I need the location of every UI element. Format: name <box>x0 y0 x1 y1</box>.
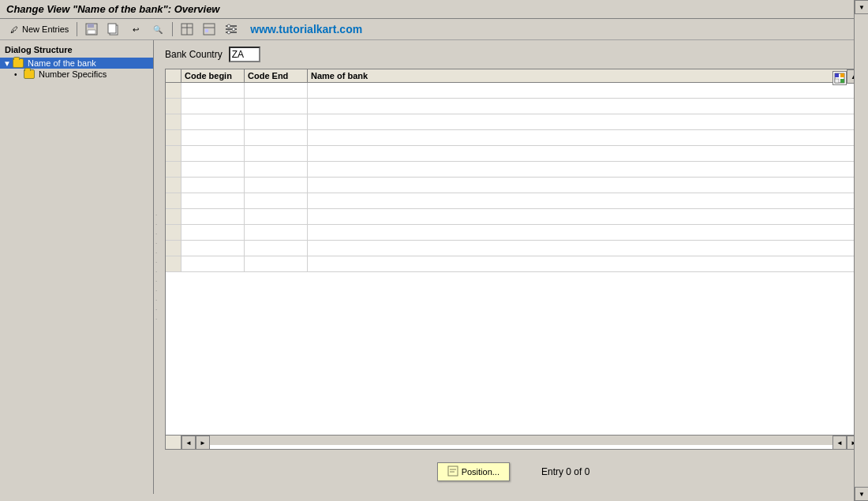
folder-icon-specifics <box>24 69 35 79</box>
position-button[interactable]: Position... <box>437 462 510 481</box>
row-selector[interactable] <box>166 178 181 193</box>
col-header-name-bank: Name of bank <box>308 69 861 82</box>
svg-rect-22 <box>448 466 458 476</box>
cell-code-end <box>245 83 308 98</box>
row-selector[interactable] <box>166 225 181 240</box>
cell-code-end <box>245 130 308 145</box>
undo-button[interactable]: ↩ <box>126 21 145 37</box>
find-icon: 🔍 <box>152 23 164 36</box>
row-selector[interactable] <box>166 162 181 177</box>
table-body-wrapper: ▼ ▼ <box>166 83 861 435</box>
table-row <box>166 241 861 256</box>
bank-country-input[interactable] <box>229 47 260 62</box>
cell-code-begin <box>181 146 245 161</box>
cell-name-bank <box>308 241 861 256</box>
filter-label: Bank Country <box>165 49 223 60</box>
cell-code-begin <box>181 209 245 224</box>
cell-code-begin <box>181 256 245 271</box>
cell-code-end <box>245 178 308 193</box>
content-area: Bank Country Code begin Code End Name of… <box>159 40 868 494</box>
scroll-left-button[interactable]: ◄ <box>181 436 196 450</box>
sidebar-item-label-bank: Name of the bank <box>28 58 96 68</box>
row-selector[interactable] <box>166 241 181 256</box>
toolbar: 🖊 New Entries ↩ 🔍 <box>0 19 868 40</box>
filter-row: Bank Country <box>165 47 862 62</box>
scroll-left-far-button[interactable]: ◄ <box>832 436 847 450</box>
cell-name-bank <box>308 130 861 145</box>
table-row <box>166 130 861 146</box>
cell-code-end <box>245 225 308 240</box>
entry-info: Entry 0 of 0 <box>541 466 589 477</box>
row-selector[interactable] <box>166 193 181 208</box>
row-selector[interactable] <box>166 146 181 161</box>
table-row <box>166 146 861 162</box>
cell-code-end <box>245 193 308 208</box>
cell-code-end <box>245 209 308 224</box>
new-entries-button[interactable]: 🖊 New Entries <box>5 21 72 37</box>
svg-rect-2 <box>88 30 95 34</box>
row-selector[interactable] <box>166 130 181 145</box>
table-row <box>166 225 861 241</box>
bottom-bar: Position... Entry 0 of 0 <box>165 456 862 488</box>
cell-name-bank <box>308 225 861 240</box>
save-button[interactable] <box>82 21 101 37</box>
cell-name-bank <box>308 99 861 114</box>
table-button-2[interactable] <box>200 21 219 37</box>
data-table: Code begin Code End Name of bank ▲ <box>165 69 862 450</box>
table-button-1[interactable] <box>178 21 196 37</box>
position-btn-label: Position... <box>462 467 499 477</box>
sidebar-item-name-of-bank[interactable]: ▼ Name of the bank <box>0 58 153 69</box>
row-selector[interactable] <box>166 99 181 114</box>
horizontal-scrollbar: ◄ ► ◄ ► <box>166 435 861 449</box>
table-icon-1 <box>181 23 193 36</box>
separator-2 <box>172 22 173 36</box>
undo-icon: ↩ <box>129 23 142 36</box>
sidebar-item-number-specifics[interactable]: • Number Specifics <box>0 69 153 80</box>
scrollbar-track <box>855 83 861 435</box>
vertical-scrollbar: ▼ ▼ <box>854 83 861 435</box>
table-body <box>166 83 861 435</box>
cell-name-bank <box>308 209 861 224</box>
find-button[interactable]: 🔍 <box>148 21 167 37</box>
copy-button[interactable] <box>104 21 123 37</box>
cell-name-bank <box>308 114 861 129</box>
col-header-code-end: Code End <box>245 69 308 82</box>
svg-point-16 <box>227 31 230 34</box>
table-row <box>166 83 861 99</box>
scroll-right-small-button[interactable]: ► <box>196 436 210 450</box>
cell-name-bank <box>308 193 861 208</box>
new-entries-label: New Entries <box>22 24 69 34</box>
svg-rect-19 <box>840 73 844 77</box>
title-bar: Change View "Name of the bank": Overview <box>0 0 868 19</box>
cell-code-begin <box>181 83 245 98</box>
col-header-code-begin: Code begin <box>181 69 245 82</box>
table-row <box>166 193 861 209</box>
settings-button[interactable] <box>222 21 241 37</box>
table-row <box>166 178 861 193</box>
table-row <box>166 114 861 130</box>
cell-code-begin <box>181 225 245 240</box>
settings-icon <box>225 23 238 36</box>
cell-code-begin <box>181 193 245 208</box>
cell-name-bank <box>308 83 861 98</box>
horiz-track <box>210 436 832 445</box>
svg-rect-10 <box>205 29 208 32</box>
page-title: Change View "Name of the bank": Overview <box>6 3 219 15</box>
separator-1 <box>77 22 77 36</box>
row-selector[interactable] <box>166 256 181 271</box>
cell-code-end <box>245 241 308 256</box>
cell-code-begin <box>181 178 245 193</box>
row-selector[interactable] <box>166 83 181 98</box>
cell-name-bank <box>308 256 861 271</box>
table-row <box>166 209 861 225</box>
row-selector[interactable] <box>166 209 181 224</box>
table-icon-2 <box>203 23 215 36</box>
cell-name-bank <box>308 162 861 177</box>
svg-rect-1 <box>88 24 94 28</box>
cell-code-end <box>245 256 308 271</box>
cell-code-end <box>245 114 308 129</box>
row-selector[interactable] <box>166 114 181 129</box>
sidebar-title: Dialog Structure <box>0 43 153 58</box>
cell-code-end <box>245 162 308 177</box>
svg-point-14 <box>227 24 230 28</box>
